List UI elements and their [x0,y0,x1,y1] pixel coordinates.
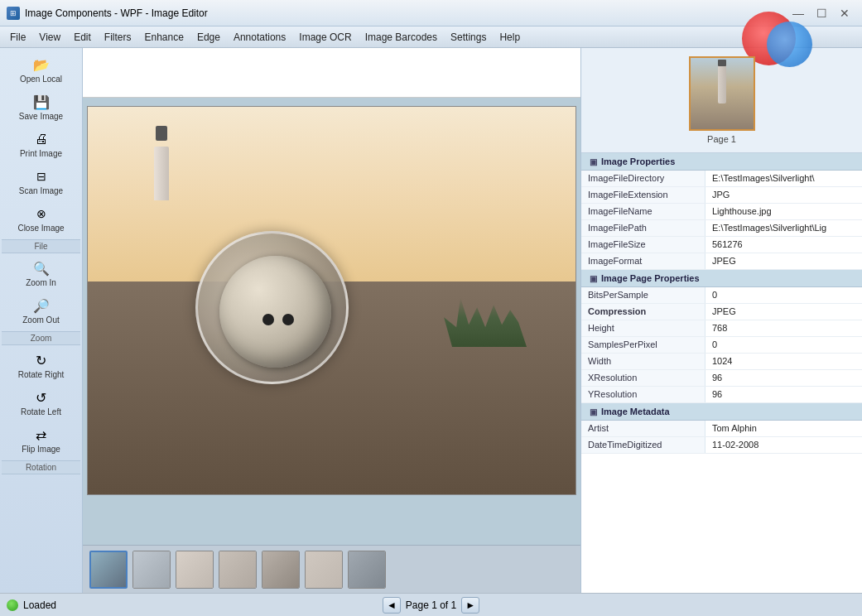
metadata-collapse-icon: ▣ [588,407,598,416]
prop-val-xres: 96 [705,370,862,386]
metadata-header[interactable]: ▣ Image Metadata [581,403,862,421]
zoom-in-button[interactable]: 🔍 Zoom In [3,256,79,291]
menu-image-ocr[interactable]: Image OCR [292,29,358,46]
prop-key-height: Height [581,320,705,336]
print-image-button[interactable]: 🖨 Print Image [3,127,79,162]
prop-row-format: ImageFormat JPEG [581,253,862,270]
prop-row-yres: YResolution 96 [581,387,862,403]
prop-val-width: 1024 [705,354,862,369]
flip-image-button[interactable]: ⇄ Flip Image [3,422,79,458]
scan-image-icon: ⊟ [31,167,52,185]
prop-row-bits: BitsPerSample 0 [581,287,862,304]
prop-val-samples: 0 [705,337,862,353]
prop-row-datetime: DateTimeDigitized 11-02-2008 [581,437,862,454]
next-page-button[interactable]: ► [461,597,479,614]
prop-val-artist: Tom Alphin [705,421,862,436]
prop-val-height: 768 [705,320,862,336]
thumbnail-3[interactable] [176,551,214,589]
prop-key-filepath: ImageFilePath [581,220,705,236]
thumbnail-7[interactable] [348,551,386,589]
menu-filters[interactable]: Filters [98,29,138,46]
app-icon: ⊞ [7,7,20,20]
zoom-out-icon: 🔎 [31,296,52,315]
status-bar: Loaded ◄ Page 1 of 1 ► [0,593,862,616]
close-image-button[interactable]: ⊗ Close Image [3,201,79,237]
prop-key-filename: ImageFileName [581,204,705,219]
prop-row-compression: Compression JPEG [581,304,862,320]
prop-row-xres: XResolution 96 [581,370,862,387]
open-local-icon: 📂 [31,55,52,74]
print-image-icon: 🖨 [31,130,52,148]
prop-val-bits: 0 [705,287,862,303]
prop-val-datetime: 11-02-2008 [705,437,862,453]
image-properties-header[interactable]: ▣ Image Properties [581,153,862,171]
prop-key-yres: YResolution [581,387,705,402]
menu-edit[interactable]: Edit [67,29,98,46]
open-local-label: Open Local [20,75,62,84]
menu-settings[interactable]: Settings [444,29,493,46]
page-properties-header[interactable]: ▣ Image Page Properties [581,270,862,287]
prop-key-directory: ImageFileDirectory [581,171,705,186]
thumbnail-2[interactable] [132,551,171,589]
rotation-section-label: Rotation [2,460,80,474]
sphere-object [219,256,331,368]
prop-row-filename: ImageFileName Lighthouse.jpg [581,204,862,220]
prop-key-bits: BitsPerSample [581,287,705,303]
close-button[interactable]: ✕ [834,4,855,22]
prop-key-xres: XResolution [581,370,705,386]
menu-enhance[interactable]: Enhance [138,29,190,46]
page-thumbnail-image [689,56,755,131]
menu-edge[interactable]: Edge [190,29,227,46]
zoom-out-button[interactable]: 🔎 Zoom Out [3,293,79,329]
save-image-button[interactable]: 💾 Save Image [3,89,79,125]
rotate-left-icon: ↺ [31,388,52,407]
collapse-icon: ▣ [588,156,598,166]
properties-area[interactable]: ▣ Image Properties ImageFileDirectory E:… [581,153,862,593]
rotate-right-button[interactable]: ↻ Rotate Right [3,348,79,383]
thumbnail-6[interactable] [305,551,343,589]
file-section-label: File [2,239,80,253]
rotate-left-button[interactable]: ↺ Rotate Left [3,385,79,421]
lighthouse-top [156,126,167,141]
lighthouse [152,126,172,200]
maximize-button[interactable]: ☐ [811,4,832,22]
prop-key-format: ImageFormat [581,253,705,269]
menubar: File View Edit Filters Enhance Edge Anno… [0,26,862,48]
menu-view[interactable]: View [32,29,67,46]
print-image-label: Print Image [20,149,62,159]
page-thumbnail-area: Page 1 [581,48,862,153]
page-properties-title: Image Page Properties [601,273,700,283]
scan-image-button[interactable]: ⊟ Scan Image [3,164,79,200]
thumbnail-1[interactable] [89,551,128,589]
menu-image-barcodes[interactable]: Image Barcodes [359,29,444,46]
thumbnail-5[interactable] [262,551,300,589]
menu-file[interactable]: File [3,29,32,46]
left-toolbar: 📂 Open Local 💾 Save Image 🖨 Print Image … [0,48,83,593]
sphere-eye-right [282,314,294,325]
thumbnail-4[interactable] [219,551,257,589]
prop-key-width: Width [581,354,705,369]
prop-key-artist: Artist [581,421,705,436]
status-indicator [7,599,18,611]
prop-row-artist: Artist Tom Alphin [581,421,862,437]
image-viewport [87,106,576,495]
prop-row-extension: ImageFileExtension JPG [581,187,862,204]
menu-help[interactable]: Help [493,29,527,46]
prop-key-samples: SamplesPerPixel [581,337,705,353]
prop-key-extension: ImageFileExtension [581,187,705,203]
page-navigation: ◄ Page 1 of 1 ► [383,597,479,614]
right-panel: Page 1 ▣ Image Properties ImageFileDirec… [580,48,862,593]
prop-val-yres: 96 [705,387,862,402]
prop-key-compression: Compression [581,304,705,320]
save-image-icon: 💾 [31,93,52,111]
image-properties-title: Image Properties [601,156,675,166]
prev-page-button[interactable]: ◄ [383,597,401,614]
magnifier-circle [195,231,349,384]
prop-row-directory: ImageFileDirectory E:\TestImages\Silverl… [581,171,862,187]
menu-annotations[interactable]: Annotations [227,29,292,46]
open-local-button[interactable]: 📂 Open Local [3,52,79,88]
title-text: Image Components - WPF - Image Editor [25,7,208,19]
prop-row-samples: SamplesPerPixel 0 [581,337,862,354]
logo-blue-circle [767,22,812,67]
thumbnail-strip [83,545,580,593]
